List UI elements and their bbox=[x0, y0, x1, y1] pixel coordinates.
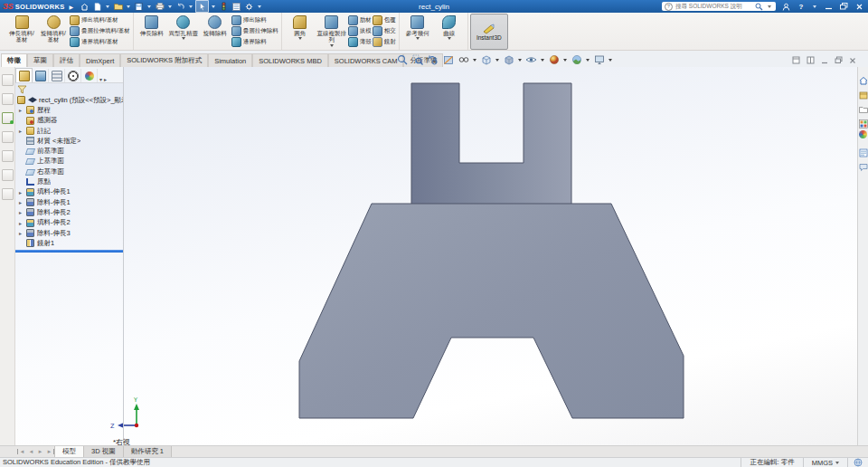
close-button[interactable] bbox=[854, 1, 864, 12]
restore-button[interactable] bbox=[838, 1, 849, 12]
search-scope-caret[interactable] bbox=[768, 5, 771, 8]
zoom-area-icon[interactable] bbox=[410, 53, 424, 66]
apply-scene-icon[interactable] bbox=[570, 53, 583, 66]
expand-arrow-icon[interactable]: ▸ bbox=[19, 107, 24, 113]
appearances-scenes-icon[interactable] bbox=[859, 130, 868, 139]
solidworks-resources-icon[interactable] bbox=[859, 72, 868, 81]
options-gear-button[interactable] bbox=[243, 1, 255, 12]
tile-window-icon[interactable] bbox=[807, 52, 815, 68]
graphics-area[interactable]: Y Z bbox=[15, 67, 857, 445]
reference-geometry-button[interactable]: 參考幾何 bbox=[402, 14, 433, 50]
linear-pattern-button[interactable]: 直線複製排列 bbox=[316, 14, 347, 50]
edit-appearance-icon[interactable] bbox=[547, 53, 561, 66]
prev-tab-nav-button[interactable]: ◄ bbox=[27, 449, 35, 454]
tree-item-front-plane[interactable]: 前基準面 bbox=[15, 146, 123, 156]
next-tab-nav-button[interactable]: ► bbox=[36, 449, 44, 454]
solidworks-forum-icon[interactable] bbox=[859, 159, 868, 168]
expand-arrow-icon[interactable]: ▸ bbox=[19, 189, 24, 195]
hide-show-caret[interactable] bbox=[541, 59, 544, 62]
wrap-button[interactable]: 包覆 bbox=[373, 15, 396, 25]
propertymanager-tab[interactable] bbox=[33, 69, 49, 82]
expand-arrow-icon[interactable]: ▸ bbox=[19, 220, 24, 226]
new-document-button[interactable] bbox=[91, 1, 103, 12]
reference-geometry-caret[interactable] bbox=[416, 37, 420, 40]
curves-button[interactable]: 曲線 bbox=[434, 14, 465, 50]
tab-mbd[interactable]: SOLIDWORKS MBD bbox=[252, 53, 328, 67]
select-tool-button[interactable] bbox=[195, 0, 209, 13]
previous-view-icon[interactable] bbox=[426, 53, 439, 66]
new-dropdown-caret[interactable] bbox=[106, 5, 109, 8]
doc-close-button[interactable] bbox=[849, 52, 856, 68]
hide-show-items-icon[interactable] bbox=[524, 53, 538, 66]
open-dropdown-caret[interactable] bbox=[127, 5, 130, 8]
undo-dropdown-caret[interactable] bbox=[189, 5, 193, 8]
unit-system-selector[interactable]: MMGS bbox=[803, 458, 847, 467]
displaymanager-tab[interactable] bbox=[81, 69, 98, 82]
user-account-icon[interactable] bbox=[780, 1, 791, 12]
scene-caret[interactable] bbox=[586, 59, 590, 62]
open-button[interactable] bbox=[112, 1, 124, 12]
linear-pattern-caret[interactable] bbox=[330, 44, 334, 47]
tab-simulation[interactable]: Simulation bbox=[208, 53, 252, 67]
undo-button[interactable] bbox=[175, 1, 186, 12]
doc-restore-button[interactable] bbox=[835, 52, 843, 68]
left-tool-icon-2[interactable] bbox=[2, 93, 14, 105]
lofted-boss-button[interactable]: 疊層拉伸填料/基材 bbox=[70, 26, 130, 36]
search-input[interactable]: 搜尋 SOLIDWORKS 說明 bbox=[675, 3, 752, 11]
panel-tab-expand-caret[interactable]: ▸ bbox=[104, 76, 107, 82]
instant3d-toggle-button[interactable]: Instant3D bbox=[470, 14, 508, 50]
tree-item-right-plane[interactable]: 右基準面 bbox=[15, 167, 123, 176]
expand-arrow-icon[interactable]: ▸ bbox=[19, 199, 24, 205]
panel-tab-overflow-caret[interactable]: ▾ bbox=[99, 76, 102, 82]
motion-study-tab[interactable]: 動作研究 1 bbox=[124, 446, 172, 457]
extruded-cut-button[interactable]: 伸長除料 bbox=[137, 14, 167, 50]
tree-item-boss-extrude2[interactable]: ▸ 填料-伸長2 bbox=[15, 218, 123, 228]
fillet-caret[interactable] bbox=[298, 37, 302, 40]
display-style-caret[interactable] bbox=[518, 59, 522, 62]
save-dropdown-caret[interactable] bbox=[147, 5, 151, 8]
expand-arrow-icon[interactable]: ▸ bbox=[19, 128, 24, 134]
view-settings-icon[interactable] bbox=[592, 53, 606, 66]
print-button[interactable] bbox=[154, 1, 165, 12]
expand-arrow-icon[interactable]: ▸ bbox=[19, 209, 24, 215]
rollback-bar[interactable] bbox=[15, 250, 123, 253]
curves-caret[interactable] bbox=[448, 37, 451, 40]
hole-wizard-button[interactable]: 異型孔精靈 bbox=[168, 14, 199, 50]
first-tab-nav-button[interactable]: ◄ bbox=[17, 449, 26, 454]
tree-root-item[interactable]: rect_cylin (預設<<預設>_顯示狀 bbox=[15, 95, 123, 105]
tree-item-history[interactable]: ▸ 歷程 bbox=[15, 105, 123, 115]
featuremanager-tab[interactable] bbox=[15, 68, 33, 82]
help-button[interactable]: ? bbox=[796, 1, 807, 12]
search-icon[interactable] bbox=[755, 3, 763, 11]
dimxpertmanager-tab[interactable] bbox=[65, 69, 81, 82]
tree-item-cut-extrude2[interactable]: ▸ 除料-伸長2 bbox=[15, 207, 123, 217]
3d-views-tab[interactable]: 3D 視圖 bbox=[84, 446, 124, 457]
tab-dimxpert[interactable]: DimXpert bbox=[80, 53, 120, 67]
left-tool-icon-7[interactable] bbox=[2, 188, 14, 200]
tags-segment[interactable] bbox=[847, 458, 868, 467]
display-style-icon[interactable] bbox=[502, 53, 515, 66]
revolved-boss-button[interactable]: 旋轉填料/基材 bbox=[38, 14, 69, 50]
tree-item-annotations[interactable]: ▸ 註記 bbox=[15, 126, 123, 136]
print-dropdown-caret[interactable] bbox=[168, 5, 172, 8]
model-body-face[interactable] bbox=[299, 204, 684, 418]
view-settings-caret[interactable] bbox=[609, 59, 612, 62]
tab-evaluate[interactable]: 評估 bbox=[53, 53, 80, 67]
view-orientation-icon[interactable] bbox=[479, 53, 493, 66]
appearance-caret[interactable] bbox=[563, 59, 567, 62]
rebuild-button[interactable] bbox=[218, 1, 230, 12]
tree-item-top-plane[interactable]: 上基準面 bbox=[15, 157, 123, 167]
view-palette-icon[interactable] bbox=[859, 116, 868, 125]
select-dropdown-caret[interactable] bbox=[212, 5, 215, 8]
boundary-boss-button[interactable]: 邊界填料/基材 bbox=[70, 37, 130, 47]
save-button[interactable] bbox=[133, 1, 145, 12]
left-tool-icon-3[interactable] bbox=[2, 112, 14, 124]
tree-item-origin[interactable]: 原點 bbox=[15, 176, 123, 186]
left-tool-icon-1[interactable] bbox=[2, 74, 14, 86]
swept-boss-button[interactable]: 掃出填料/基材 bbox=[70, 15, 130, 25]
home-button[interactable] bbox=[79, 1, 90, 12]
configurationmanager-tab[interactable] bbox=[49, 69, 65, 82]
design-library-icon[interactable] bbox=[859, 87, 868, 96]
intersect-button[interactable]: 相交 bbox=[373, 26, 396, 36]
custom-properties-icon[interactable] bbox=[859, 145, 868, 154]
